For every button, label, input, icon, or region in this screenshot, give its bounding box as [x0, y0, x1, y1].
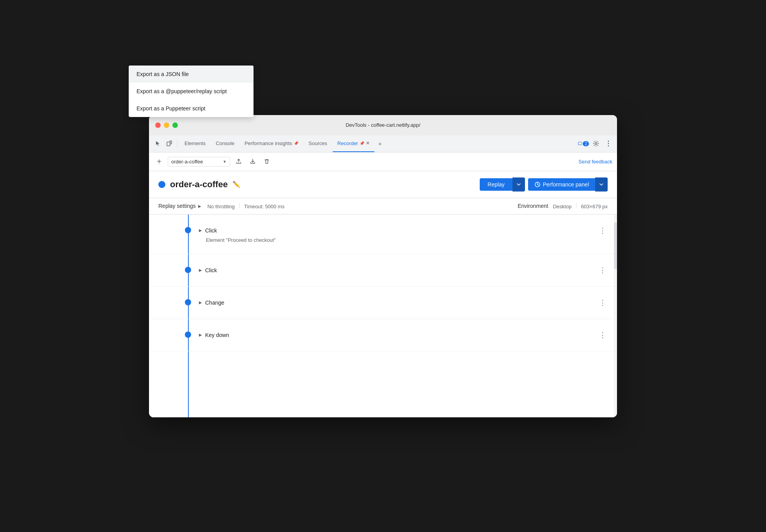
step-dot-3	[185, 299, 191, 305]
step-content-1: ▶ Click ⋮ Element "Proceed to checkout"	[199, 225, 608, 243]
tab-elements[interactable]: Elements	[180, 135, 210, 152]
step-dot-1	[185, 227, 191, 233]
step-content-4: ▶ Key down ⋮	[199, 330, 608, 340]
replay-settings-label: Replay settings	[158, 203, 196, 209]
step-more-4[interactable]: ⋮	[598, 330, 608, 340]
scrollbar[interactable]	[614, 215, 617, 417]
step-expand-1[interactable]: ▶	[199, 228, 202, 232]
messages-badge: 2	[583, 141, 589, 146]
settings-arrow-icon: ▶	[198, 204, 201, 208]
settings-divider	[239, 203, 239, 208]
devtools-window: DevTools - coffee-cart.netlify.app/ Elem…	[149, 115, 617, 417]
step-header-4: ▶ Key down ⋮	[199, 330, 608, 340]
tab-console[interactable]: Console	[211, 135, 239, 152]
performance-panel-dropdown-button[interactable]	[595, 177, 608, 192]
settings-button[interactable]	[590, 138, 601, 149]
svg-rect-2	[578, 142, 582, 145]
step-1: ▶ Click ⋮ Element "Proceed to checkout"	[149, 215, 617, 254]
minimize-button[interactable]	[164, 122, 169, 128]
step-4: ▶ Key down ⋮	[149, 319, 617, 351]
svg-point-5	[608, 143, 609, 144]
tab-more[interactable]: »	[375, 140, 385, 147]
environment-label: Environment	[518, 203, 548, 209]
step-dot-4	[185, 332, 191, 338]
traffic-lights	[155, 122, 178, 128]
step-detail-1: Element "Proceed to checkout"	[206, 237, 608, 243]
recorder-toolbar: + order-a-coffee ▼ Send feedback	[149, 153, 617, 171]
svg-point-6	[608, 145, 609, 147]
tab-divider-1	[177, 140, 177, 147]
step-name-3: Change	[205, 300, 224, 306]
devtools-tab-bar: Elements Console Performance insights 📌 …	[149, 135, 617, 153]
svg-point-4	[608, 141, 609, 142]
step-header-1: ▶ Click ⋮	[199, 225, 608, 236]
tab-performance-insights[interactable]: Performance insights 📌	[240, 135, 303, 152]
send-feedback-link[interactable]: Send feedback	[578, 159, 612, 165]
selector-dropdown-arrow: ▼	[223, 160, 227, 164]
steps-container: ▶ Click ⋮ Element "Proceed to checkout" …	[149, 215, 617, 417]
step-header-3: ▶ Change ⋮	[199, 298, 608, 308]
replay-settings-toggle[interactable]: Replay settings ▶	[158, 203, 201, 209]
more-options-button[interactable]	[603, 138, 614, 149]
performance-panel-button[interactable]: Performance panel	[528, 178, 595, 191]
pin-icon-perf: 📌	[294, 141, 298, 145]
performance-panel-button-group: Performance panel	[528, 177, 608, 192]
messages-button[interactable]: 2	[578, 138, 589, 149]
step-content-2: ▶ Click ⋮	[199, 265, 608, 275]
svg-rect-0	[167, 142, 170, 146]
tab-sources[interactable]: Sources	[304, 135, 332, 152]
throttling-info: No throttling Timeout: 5000 ms	[207, 203, 285, 209]
step-header-2: ▶ Click ⋮	[199, 265, 608, 275]
pin-icon-recorder: 📌	[360, 141, 364, 145]
step-2: ▶ Click ⋮	[149, 254, 617, 287]
step-more-2[interactable]: ⋮	[598, 265, 608, 275]
device-icon[interactable]	[164, 138, 175, 149]
environment-details: Desktop 603×679 px	[553, 203, 608, 209]
delete-button[interactable]	[261, 156, 272, 167]
scrollbar-thumb[interactable]	[614, 222, 617, 269]
recording-name: order-a-coffee	[171, 159, 220, 165]
recording-selector[interactable]: order-a-coffee ▼	[168, 157, 230, 167]
environment-section: Environment Desktop 603×679 px	[518, 203, 608, 209]
step-expand-2[interactable]: ▶	[199, 268, 202, 272]
edit-name-icon[interactable]: ✏️	[232, 181, 240, 188]
title-bar: DevTools - coffee-cart.netlify.app/	[149, 115, 617, 135]
step-expand-3[interactable]: ▶	[199, 300, 202, 305]
replay-dropdown-button[interactable]	[512, 177, 525, 192]
step-name-1: Click	[205, 227, 217, 234]
maximize-button[interactable]	[172, 122, 178, 128]
replay-button-group: Replay	[480, 177, 525, 192]
main-header: order-a-coffee ✏️ Replay	[149, 171, 617, 198]
step-expand-4[interactable]: ▶	[199, 333, 202, 337]
export-button[interactable]	[233, 156, 244, 167]
tab-recorder[interactable]: Recorder 📌 ✕	[333, 135, 374, 152]
tab-right-actions: 2	[578, 138, 614, 149]
step-content-3: ▶ Change ⋮	[199, 298, 608, 308]
import-button[interactable]	[247, 156, 258, 167]
settings-bar: Replay settings ▶ No throttling Timeout:…	[149, 198, 617, 215]
step-more-1[interactable]: ⋮	[598, 225, 608, 236]
cursor-icon[interactable]	[152, 138, 163, 149]
step-dot-2	[185, 267, 191, 273]
env-divider	[576, 203, 576, 208]
step-more-3[interactable]: ⋮	[598, 298, 608, 308]
recording-status-dot	[158, 181, 165, 188]
tab-close-recorder[interactable]: ✕	[366, 140, 370, 146]
step-3: ▶ Change ⋮	[149, 287, 617, 319]
svg-rect-1	[170, 141, 172, 144]
export-puppeteer-item[interactable]: Export as a Puppeteer script	[149, 115, 254, 117]
window-title: DevTools - coffee-cart.netlify.app/	[346, 122, 420, 128]
replay-button[interactable]: Replay	[480, 178, 512, 191]
add-recording-button[interactable]: +	[154, 156, 165, 167]
close-button[interactable]	[155, 122, 161, 128]
step-name-2: Click	[205, 267, 217, 273]
svg-point-3	[595, 143, 597, 145]
export-dropdown-menu: Export as a JSON file Export as a @puppe…	[149, 115, 254, 117]
recording-title: order-a-coffee	[170, 179, 228, 190]
header-actions: Replay Performance panel	[480, 177, 608, 192]
step-name-4: Key down	[205, 332, 229, 338]
